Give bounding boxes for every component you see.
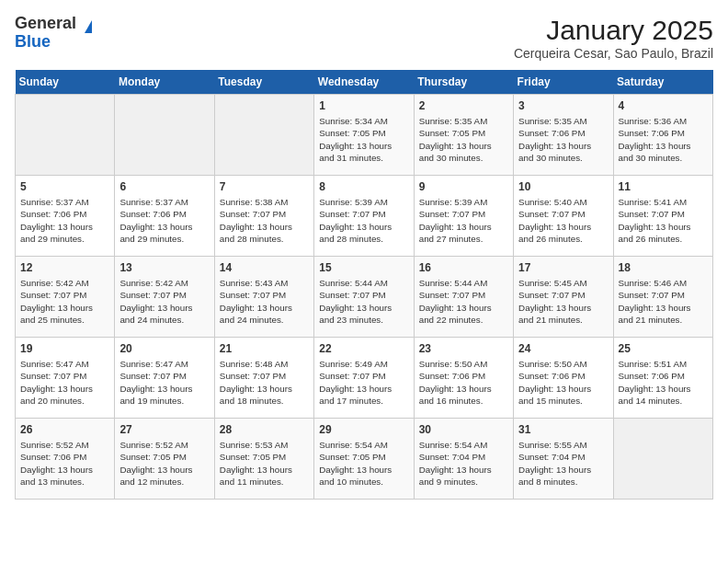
day-info: and 19 minutes. [119, 395, 209, 407]
day-number: 11 [619, 179, 708, 194]
day-info: Daylight: 13 hours [518, 140, 608, 152]
day-info: Sunrise: 5:38 AM [220, 196, 309, 208]
day-info: Daylight: 13 hours [419, 302, 508, 314]
day-number: 6 [119, 179, 209, 194]
day-info: Sunset: 7:07 PM [518, 208, 608, 220]
day-number: 28 [220, 422, 309, 437]
day-info: Daylight: 13 hours [619, 221, 708, 233]
day-number: 9 [419, 179, 508, 194]
calendar-cell: 12Sunrise: 5:42 AMSunset: 7:07 PMDayligh… [16, 257, 115, 338]
day-info: and 28 minutes. [220, 233, 309, 245]
day-info: Sunrise: 5:50 AM [419, 358, 508, 370]
calendar-cell: 9Sunrise: 5:39 AMSunset: 7:07 PMDaylight… [414, 176, 513, 257]
header-day-thursday: Thursday [414, 70, 513, 95]
day-number: 15 [319, 260, 408, 275]
calendar-cell: 16Sunrise: 5:44 AMSunset: 7:07 PMDayligh… [414, 257, 513, 338]
calendar-cell: 31Sunrise: 5:55 AMSunset: 7:04 PMDayligh… [514, 419, 613, 500]
day-info: Daylight: 13 hours [20, 464, 109, 476]
day-info: and 12 minutes. [119, 476, 209, 488]
day-info: and 9 minutes. [419, 476, 508, 488]
day-info: Sunset: 7:07 PM [319, 289, 408, 301]
day-info: Sunrise: 5:34 AM [319, 115, 408, 127]
day-number: 4 [619, 98, 708, 113]
day-info: Sunrise: 5:42 AM [119, 277, 209, 289]
day-info: Daylight: 13 hours [518, 383, 608, 395]
calendar-cell: 18Sunrise: 5:46 AMSunset: 7:07 PMDayligh… [613, 257, 712, 338]
day-info: Sunset: 7:07 PM [419, 289, 508, 301]
day-info: and 10 minutes. [319, 476, 408, 488]
calendar-cell: 13Sunrise: 5:42 AMSunset: 7:07 PMDayligh… [115, 257, 214, 338]
day-info: Sunrise: 5:45 AM [518, 277, 608, 289]
day-info: Daylight: 13 hours [319, 464, 408, 476]
day-number: 26 [20, 422, 109, 437]
day-info: Daylight: 13 hours [419, 140, 508, 152]
calendar-cell: 30Sunrise: 5:54 AMSunset: 7:04 PMDayligh… [414, 419, 513, 500]
day-info: Sunset: 7:07 PM [220, 289, 309, 301]
day-info: and 23 minutes. [319, 314, 408, 326]
day-number: 10 [518, 179, 608, 194]
day-info: Sunset: 7:07 PM [619, 208, 708, 220]
day-info: Sunrise: 5:39 AM [419, 196, 508, 208]
day-info: Sunset: 7:06 PM [20, 451, 109, 463]
calendar-cell: 26Sunrise: 5:52 AMSunset: 7:06 PMDayligh… [16, 419, 115, 500]
day-info: Daylight: 13 hours [619, 302, 708, 314]
header-day-tuesday: Tuesday [214, 70, 313, 95]
day-number: 16 [419, 260, 508, 275]
day-info: Sunset: 7:06 PM [518, 370, 608, 382]
day-info: Sunrise: 5:44 AM [419, 277, 508, 289]
calendar-cell: 6Sunrise: 5:37 AMSunset: 7:06 PMDaylight… [115, 176, 214, 257]
day-info: Sunrise: 5:47 AM [119, 358, 209, 370]
day-info: Daylight: 13 hours [619, 140, 708, 152]
day-number: 18 [619, 260, 708, 275]
logo-blue: Blue [15, 33, 92, 52]
day-info: Sunset: 7:07 PM [20, 289, 109, 301]
day-info: Daylight: 13 hours [419, 464, 508, 476]
calendar-cell: 3Sunrise: 5:35 AMSunset: 7:06 PMDaylight… [514, 95, 613, 176]
calendar-cell: 24Sunrise: 5:50 AMSunset: 7:06 PMDayligh… [514, 338, 613, 419]
day-info: and 24 minutes. [119, 314, 209, 326]
day-number: 30 [419, 422, 508, 437]
calendar-cell: 17Sunrise: 5:45 AMSunset: 7:07 PMDayligh… [514, 257, 613, 338]
day-info: Sunset: 7:07 PM [119, 289, 209, 301]
day-info: and 30 minutes. [619, 152, 708, 164]
day-info: Daylight: 13 hours [319, 140, 408, 152]
day-info: Sunrise: 5:48 AM [220, 358, 309, 370]
day-info: Sunrise: 5:54 AM [419, 439, 508, 451]
week-row-5: 26Sunrise: 5:52 AMSunset: 7:06 PMDayligh… [16, 419, 713, 500]
day-number: 24 [518, 341, 608, 356]
calendar-cell: 2Sunrise: 5:35 AMSunset: 7:05 PMDaylight… [414, 95, 513, 176]
day-info: and 21 minutes. [619, 314, 708, 326]
day-info: and 17 minutes. [319, 395, 408, 407]
day-info: Sunrise: 5:49 AM [319, 358, 408, 370]
day-number: 2 [419, 98, 508, 113]
title-block: January 2025 Cerqueira Cesar, Sao Paulo,… [514, 15, 713, 61]
day-info: Daylight: 13 hours [319, 302, 408, 314]
day-number: 14 [220, 260, 309, 275]
day-info: Sunrise: 5:55 AM [518, 439, 608, 451]
day-info: and 28 minutes. [319, 233, 408, 245]
day-info: and 27 minutes. [419, 233, 508, 245]
day-info: Daylight: 13 hours [419, 221, 508, 233]
calendar-cell: 14Sunrise: 5:43 AMSunset: 7:07 PMDayligh… [214, 257, 313, 338]
day-info: Sunrise: 5:53 AM [220, 439, 309, 451]
day-info: Daylight: 13 hours [119, 464, 209, 476]
day-info: Sunset: 7:04 PM [419, 451, 508, 463]
calendar-title: January 2025 [514, 15, 713, 46]
day-info: Sunset: 7:07 PM [319, 370, 408, 382]
calendar-cell: 23Sunrise: 5:50 AMSunset: 7:06 PMDayligh… [414, 338, 513, 419]
calendar-cell [214, 95, 313, 176]
logo: General Blue [15, 15, 92, 52]
day-info: and 21 minutes. [518, 314, 608, 326]
calendar-cell [613, 419, 712, 500]
day-info: Daylight: 13 hours [518, 221, 608, 233]
day-info: Daylight: 13 hours [518, 464, 608, 476]
day-info: Daylight: 13 hours [220, 383, 309, 395]
day-info: Daylight: 13 hours [619, 383, 708, 395]
day-info: Sunset: 7:06 PM [619, 127, 708, 139]
day-info: Daylight: 13 hours [419, 383, 508, 395]
calendar-cell: 10Sunrise: 5:40 AMSunset: 7:07 PMDayligh… [514, 176, 613, 257]
day-info: Sunrise: 5:35 AM [419, 115, 508, 127]
day-info: and 26 minutes. [619, 233, 708, 245]
day-info: and 25 minutes. [20, 314, 109, 326]
day-info: Sunset: 7:07 PM [518, 289, 608, 301]
